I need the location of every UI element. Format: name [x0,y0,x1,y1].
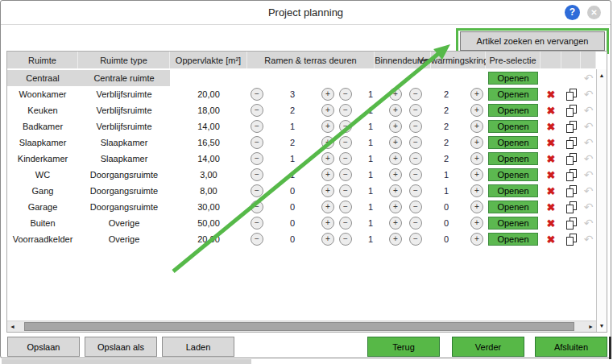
plus-icon[interactable]: + [389,217,402,230]
open-button[interactable]: Openen [488,184,538,197]
minus-icon[interactable]: − [409,217,422,230]
minus-icon[interactable]: − [251,217,263,230]
minus-icon[interactable]: − [251,233,263,246]
open-button[interactable]: Openen [488,72,538,85]
delete-icon[interactable]: ✖ [547,170,556,180]
plus-icon[interactable]: + [321,152,334,165]
copy-icon[interactable] [566,169,577,181]
copy-icon[interactable] [566,121,577,133]
plus-icon[interactable]: + [389,233,402,246]
undo-icon[interactable]: ↶ [584,201,594,213]
plus-icon[interactable]: + [470,120,483,133]
open-button[interactable]: Openen [488,152,538,165]
minus-icon[interactable]: − [251,120,263,133]
plus-icon[interactable]: + [470,88,483,101]
minus-icon[interactable]: − [409,201,422,213]
save-button[interactable]: Opslaan [7,337,80,357]
delete-icon[interactable]: ✖ [547,105,556,116]
copy-icon[interactable] [566,137,577,149]
open-button[interactable]: Openen [488,88,538,101]
delete-icon[interactable]: ✖ [547,122,556,132]
plus-icon[interactable]: + [470,201,483,213]
minus-icon[interactable]: − [339,168,352,181]
plus-icon[interactable]: + [321,201,334,213]
load-button[interactable]: Laden [162,337,234,357]
minus-icon[interactable]: − [251,184,263,197]
minus-icon[interactable]: − [251,104,263,117]
copy-icon[interactable] [566,89,577,101]
next-button[interactable]: Verder [452,337,524,357]
minus-icon[interactable]: − [409,168,422,181]
minus-icon[interactable]: − [409,104,422,117]
search-replace-button[interactable]: Artikel zoeken en vervangen [460,31,605,51]
delete-icon[interactable]: ✖ [547,186,556,196]
scroll-left-icon[interactable]: ◄ [7,321,18,332]
plus-icon[interactable]: + [321,168,334,181]
plus-icon[interactable]: + [321,217,334,230]
save-as-button[interactable]: Opslaan als [85,337,157,357]
help-icon[interactable]: ? [565,5,580,20]
scroll-down-icon[interactable]: ▼ [597,321,607,331]
plus-icon[interactable]: + [389,104,402,117]
plus-icon[interactable]: + [470,233,483,246]
open-button[interactable]: Openen [488,136,538,149]
open-button[interactable]: Openen [488,168,538,181]
plus-icon[interactable]: + [389,184,402,197]
undo-icon[interactable]: ↶ [584,153,594,164]
plus-icon[interactable]: + [389,120,402,133]
scroll-right-icon[interactable]: ► [586,321,596,332]
close-icon[interactable]: ✕ [587,6,601,19]
plus-icon[interactable]: + [470,152,483,165]
plus-icon[interactable]: + [470,217,483,230]
open-button[interactable]: Openen [488,233,538,246]
plus-icon[interactable]: + [321,120,334,133]
minus-icon[interactable]: − [339,136,352,149]
horizontal-scrollbar[interactable]: ◄ ► [7,321,596,332]
plus-icon[interactable]: + [389,168,402,181]
open-button[interactable]: Openen [488,201,538,213]
plus-icon[interactable]: + [321,88,334,101]
undo-icon[interactable]: ↶ [584,217,594,229]
plus-icon[interactable]: + [389,152,402,165]
copy-icon[interactable] [566,201,577,213]
minus-icon[interactable]: − [339,120,352,133]
plus-icon[interactable]: + [321,136,334,149]
horizontal-scroll-thumb[interactable] [24,322,574,331]
minus-icon[interactable]: − [251,152,263,165]
plus-icon[interactable]: + [389,201,402,213]
undo-icon[interactable]: ↶ [584,121,594,132]
plus-icon[interactable]: + [470,104,483,117]
minus-icon[interactable]: − [409,136,422,149]
delete-icon[interactable]: ✖ [547,154,556,164]
minus-icon[interactable]: − [251,88,263,101]
minus-icon[interactable]: − [409,233,422,246]
minus-icon[interactable]: − [251,136,263,149]
copy-icon[interactable] [566,217,577,230]
plus-icon[interactable]: + [321,233,334,246]
plus-icon[interactable]: + [321,184,334,197]
undo-icon[interactable]: ↶ [584,89,594,100]
minus-icon[interactable]: − [339,152,352,165]
undo-icon[interactable]: ↶ [584,72,594,84]
vertical-scrollbar[interactable]: ▲ ▼ [596,69,607,332]
minus-icon[interactable]: − [339,104,352,117]
copy-icon[interactable] [566,234,577,246]
minus-icon[interactable]: − [251,201,263,213]
close-dialog-button[interactable]: Afsluiten [535,337,607,357]
open-button[interactable]: Openen [488,217,538,230]
minus-icon[interactable]: − [409,120,422,133]
copy-icon[interactable] [566,153,577,165]
delete-icon[interactable]: ✖ [547,202,556,213]
plus-icon[interactable]: + [321,104,334,117]
delete-icon[interactable]: ✖ [547,89,556,100]
plus-icon[interactable]: + [389,136,402,149]
delete-icon[interactable]: ✖ [547,234,556,245]
plus-icon[interactable]: + [470,136,483,149]
undo-icon[interactable]: ↶ [584,137,594,148]
minus-icon[interactable]: − [339,217,352,230]
copy-icon[interactable] [566,185,577,197]
minus-icon[interactable]: − [339,233,352,246]
plus-icon[interactable]: + [389,88,402,101]
minus-icon[interactable]: − [339,88,352,101]
minus-icon[interactable]: − [339,201,352,213]
